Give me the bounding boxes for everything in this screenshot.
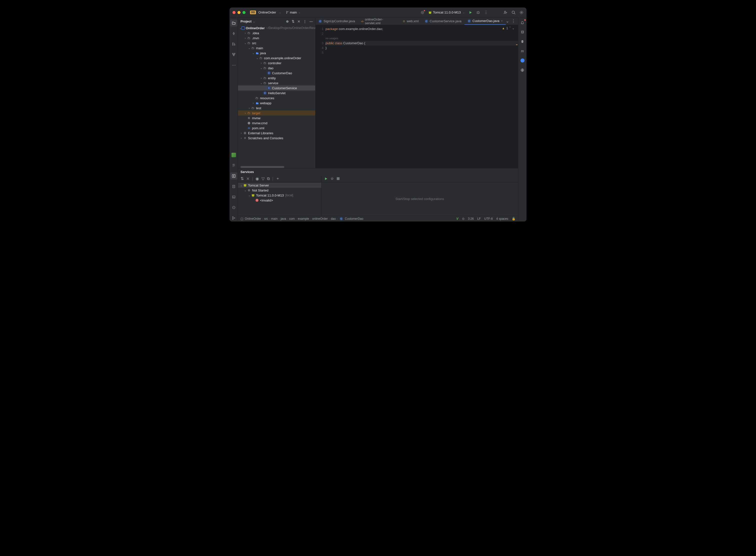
code-editor[interactable]: 1 2 3 4 5 package com.example.onlineOrde… <box>315 25 518 168</box>
chevron-down-icon[interactable]: ⌄ <box>253 20 255 23</box>
tabs-dropdown-icon[interactable]: ⌄ <box>506 19 509 24</box>
more-tools-icon[interactable]: ⋯ <box>230 62 237 69</box>
code-content[interactable]: package com.example.onlineOrder.dao; no … <box>325 25 518 168</box>
service-not-started[interactable]: ⌄Not Started <box>238 188 321 193</box>
maven-icon[interactable]: m <box>519 48 525 54</box>
nav-icon[interactable]: ▢ <box>241 217 243 220</box>
tree-item[interactable]: ⌄dao <box>238 66 315 70</box>
todo-icon[interactable] <box>230 183 237 190</box>
tab-web-xml[interactable]: web.xml <box>400 18 422 25</box>
error-stripe[interactable] <box>515 25 518 168</box>
services-tree[interactable]: ⌄Tomcat Server ⌄Not Started ⌄Tomcat 11.0… <box>238 182 321 203</box>
horizontal-scrollbar[interactable] <box>241 166 284 168</box>
tree-item-selected[interactable]: CustomerService <box>238 85 315 91</box>
project-name[interactable]: OnlineOrder <box>259 10 276 14</box>
run-configuration[interactable]: Tomcat 11.0.0-M13 ⌄ <box>428 10 465 14</box>
tree-item[interactable]: ⌄src <box>238 40 315 45</box>
run-button[interactable] <box>469 11 472 14</box>
service-tomcat-group[interactable]: ⌄Tomcat Server <box>238 183 321 188</box>
pull-requests-icon[interactable] <box>230 40 237 47</box>
tab-customerservice[interactable]: CustomerService.java <box>422 18 465 25</box>
debug-service-icon[interactable] <box>331 177 334 180</box>
stop-service-icon[interactable] <box>337 177 340 180</box>
caret-position[interactable]: 3:26 <box>468 217 474 220</box>
expand-all-icon[interactable]: ⇅ <box>292 20 295 23</box>
tree-item[interactable]: ›Scratches and Consoles <box>238 136 315 140</box>
tree-root[interactable]: ⌄OnlineOrder~/Desktop/Projects/OnlineOrd… <box>238 26 315 31</box>
run-service-icon[interactable] <box>324 177 328 180</box>
next-highlight-icon[interactable]: ⌄ <box>512 27 515 30</box>
commit-tool-icon[interactable] <box>230 30 237 37</box>
collapse-icon[interactable]: ⤫ <box>246 176 249 181</box>
collapse-icon[interactable]: ⤫ <box>298 20 300 23</box>
tree-item[interactable]: pom.xml <box>238 126 315 131</box>
window-controls[interactable] <box>233 11 245 14</box>
tree-item[interactable]: ›entity <box>238 75 315 80</box>
inspection-badges[interactable]: ▲ 1 ˆ ⌄ <box>502 27 515 30</box>
vcs-tool-icon[interactable] <box>230 214 237 221</box>
services-tool-icon[interactable] <box>230 173 237 179</box>
minimize-icon[interactable] <box>238 11 241 14</box>
code-with-me-icon[interactable] <box>504 10 508 14</box>
problems-icon[interactable] <box>230 204 237 211</box>
notifications-icon[interactable] <box>519 20 525 26</box>
tree-item[interactable]: ›.mvn <box>238 35 315 40</box>
open-icon[interactable]: ⧉ <box>267 176 270 181</box>
tree-item-target[interactable]: ›target <box>238 110 315 115</box>
tabs-more-icon[interactable]: ⋮ <box>512 19 515 24</box>
plugin-icon[interactable] <box>230 151 237 159</box>
build-icon[interactable] <box>420 10 424 14</box>
project-panel-title[interactable]: Project <box>241 20 251 23</box>
tree-item[interactable]: ›test <box>238 105 315 110</box>
tree-item[interactable]: mvnw <box>238 115 315 120</box>
close-tab-icon[interactable]: × <box>501 19 503 23</box>
bookmarks-icon[interactable] <box>230 162 237 169</box>
tab-servlet-xml[interactable]: onlineOrder-servlet.xml <box>358 18 400 25</box>
tree-item[interactable]: ›controller <box>238 61 315 66</box>
add-service-icon[interactable]: ＋ <box>276 176 280 181</box>
search-icon[interactable] <box>512 10 515 14</box>
project-tree[interactable]: ⌄OnlineOrder~/Desktop/Projects/OnlineOrd… <box>238 25 315 168</box>
prev-highlight-icon[interactable]: ˆ <box>510 27 511 30</box>
ai-chat-icon[interactable]: • <box>519 58 525 64</box>
select-opened-icon[interactable]: ⊕ <box>286 20 289 23</box>
show-icon[interactable]: ◉ <box>255 176 259 181</box>
ai-assistant-icon[interactable] <box>519 67 525 73</box>
project-chevron-icon[interactable]: ⌄ <box>279 11 281 14</box>
maximize-icon[interactable] <box>242 11 245 14</box>
tree-item[interactable]: HelloServlet <box>238 91 315 96</box>
hide-panel-icon[interactable]: — <box>309 20 313 23</box>
database-icon[interactable] <box>519 29 525 35</box>
tree-item[interactable]: ⌄com.example.onlineOrder <box>238 56 315 61</box>
tree-item[interactable]: resources <box>238 96 315 101</box>
tree-item[interactable]: ⚙mvnw.cmd <box>238 120 315 126</box>
tree-item[interactable]: ⌄🖿java <box>238 50 315 56</box>
panel-more-icon[interactable]: ⋮ <box>303 20 307 23</box>
close-icon[interactable] <box>233 11 236 14</box>
more-icon[interactable]: ⋮ <box>484 10 488 15</box>
tree-item[interactable]: ⌄main <box>238 45 315 50</box>
copilot-icon[interactable]: ⊙ <box>462 217 465 220</box>
tree-item[interactable]: CustomerDao <box>238 70 315 75</box>
tree-item[interactable]: ›.idea <box>238 31 315 35</box>
service-invalid[interactable]: <invalid> <box>238 198 321 203</box>
indent[interactable]: 4 spaces <box>496 217 508 220</box>
filter-icon[interactable]: ▽ <box>262 176 265 181</box>
tree-item[interactable]: ⌄service <box>238 80 315 85</box>
copilot-icon[interactable] <box>519 38 525 44</box>
readonly-icon[interactable]: 🔓 <box>512 217 515 220</box>
service-instance[interactable]: ⌄Tomcat 11.0.0-M13[local] <box>238 193 321 198</box>
power-save-icon[interactable]: V <box>456 217 458 220</box>
vcs-branch[interactable]: main ⌄ <box>285 10 300 14</box>
structure-tool-icon[interactable] <box>230 51 237 58</box>
tab-customerdao[interactable]: CustomerDao.java× <box>465 18 506 25</box>
debug-button[interactable] <box>476 10 480 14</box>
breadcrumb[interactable]: OnlineOrder› src› main› java› com› examp… <box>245 217 363 220</box>
tree-item[interactable]: ›External Libraries <box>238 131 315 136</box>
terminal-icon[interactable] <box>230 194 237 201</box>
line-separator[interactable]: LF <box>477 217 481 220</box>
settings-icon[interactable] <box>519 10 523 14</box>
tab-signup[interactable]: SignUpController.java <box>315 18 358 25</box>
encoding[interactable]: UTF-8 <box>484 217 493 220</box>
expand-icon[interactable]: ⇅ <box>241 176 244 181</box>
